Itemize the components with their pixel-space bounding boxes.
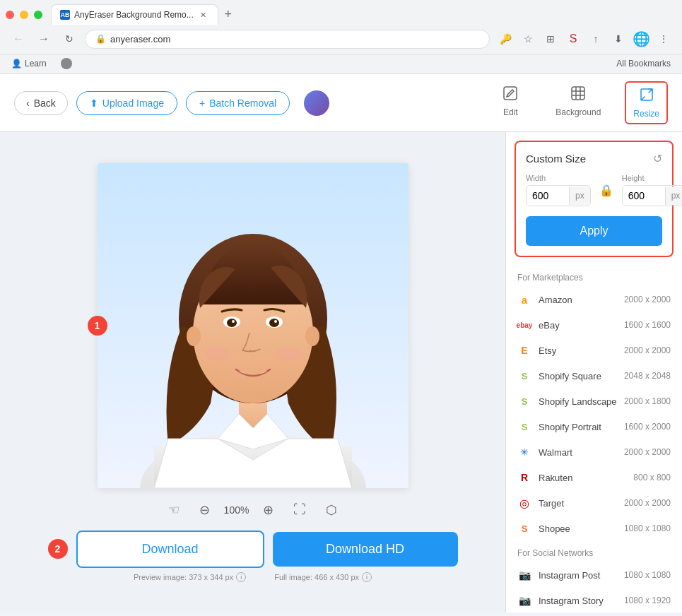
extensions-icon[interactable]: S [563,29,583,49]
preset-walmart[interactable]: ✳ Walmart 2000 x 2000 [506,439,682,465]
preset-shopee[interactable]: S Shopee 1080 x 1080 [506,516,682,541]
reload-button[interactable]: ↻ [59,29,79,49]
svg-point-20 [276,347,301,361]
zoom-in-button[interactable]: ⊕ [257,499,279,521]
bookmarks-bar: 👤 Learn All Bookmarks [0,54,682,73]
upload-image-button[interactable]: ⬆ Upload Image [76,91,177,115]
tab-favicon: AB [60,10,70,20]
profile-icon[interactable]: 🌐 [631,29,651,49]
preset-shopify-portrait[interactable]: S Shopify Portrait 1600 x 2000 [506,414,682,439]
password-icon[interactable]: 🔑 [495,29,515,49]
reset-button[interactable]: ↺ [653,152,662,165]
fullscreen-button[interactable]: ⛶ [288,499,312,520]
window-maximize-button[interactable] [34,11,42,19]
bookmark-item[interactable]: 👤 Learn [8,57,49,70]
lock-icon: 🔒 [596,184,616,197]
instagram-story-icon: 📷 [517,593,531,608]
height-input[interactable] [623,186,665,206]
preset-walmart-size: 2000 x 2000 [624,447,671,457]
preset-amazon-label: Amazon [539,295,617,305]
address-bar: ← → ↻ 🔒 anyeraser.com 🔑 ☆ ⊞ S ↑ ⬇ 🌐 ⋮ [0,25,682,54]
preset-instagram-post-size: 1080 x 1080 [624,570,671,580]
main-content: 1 [0,132,682,612]
preset-etsy[interactable]: E Etsy 2000 x 2000 [506,338,682,363]
share-icon[interactable]: ↑ [586,29,606,49]
full-info-icon: i [362,572,372,582]
background-label: Background [555,107,601,117]
step-badge-1: 1 [88,316,107,336]
svg-point-19 [205,347,230,361]
user-avatar[interactable] [304,90,329,116]
url-bar[interactable]: 🔒 anyeraser.com [85,30,490,49]
width-label: Width [526,174,591,182]
background-icon [570,85,586,105]
svg-rect-1 [572,87,584,100]
apply-button[interactable]: Apply [526,216,662,246]
width-input-wrapper: px [526,185,591,206]
forward-nav-button[interactable]: → [34,29,54,49]
preset-ebay[interactable]: ebay eBay 1600 x 1600 [506,312,682,338]
preset-shopify-square-size: 2048 x 2048 [624,371,671,381]
preset-instagram-story-size: 1080 x 1920 [624,596,671,605]
window-close-button[interactable] [6,11,14,19]
height-field: Height px [622,174,682,206]
bookmark-star-icon[interactable]: ☆ [518,29,538,49]
width-unit: px [569,186,590,205]
width-input[interactable] [527,186,569,206]
window-minimize-button[interactable] [20,11,28,19]
height-input-wrapper: px [622,185,682,206]
preset-instagram-story[interactable]: 📷 Instagram Story 1080 x 1920 [506,588,682,612]
bookmark-item-2[interactable] [58,57,75,71]
svg-point-18 [274,320,277,323]
grid-icon[interactable]: ⊞ [541,29,560,49]
svg-point-22 [305,326,319,346]
zoom-out-button[interactable]: ⊖ [194,499,216,521]
preset-target-label: Target [539,498,617,509]
download-browser-icon[interactable]: ⬇ [608,29,628,49]
all-bookmarks[interactable]: All Bookmarks [613,57,674,70]
new-tab-button[interactable]: + [218,5,238,25]
url-lock-icon: 🔒 [95,34,106,44]
upload-icon: ⬆ [90,97,98,109]
preset-shopify-landscape-label: Shopify Landscape [539,396,617,407]
preset-instagram-post[interactable]: 📷 Instagram Post 1080 x 1080 [506,562,682,588]
back-button[interactable]: ‹ Back [14,91,68,115]
custom-size-panel: Custom Size ↺ Width px 🔒 Height [515,141,674,257]
custom-size-title: Custom Size [526,153,586,165]
image-tools: ☜ ⊖ 100% ⊕ ⛶ ⬡ [163,499,343,521]
preset-shopify-landscape[interactable]: S Shopify Landscape 2000 x 1800 [506,389,682,414]
image-wrapper: 1 [98,163,408,488]
preset-rakuten-label: Rakuten [539,473,626,483]
step-badge-2: 2 [48,539,68,559]
tool-switcher: Edit Background Resize [489,81,668,124]
browser-tab[interactable]: AB AnyEraser Background Remo... ✕ [51,4,218,25]
preset-rakuten-size: 800 x 800 [633,473,671,482]
menu-icon[interactable]: ⋮ [654,29,674,49]
back-nav-button[interactable]: ← [8,29,28,49]
preset-rakuten[interactable]: R Rakuten 800 x 800 [506,465,682,490]
preset-shopify-portrait-label: Shopify Portrait [539,422,617,432]
svg-rect-0 [504,87,517,100]
svg-point-15 [227,319,237,327]
edit-icon [502,85,518,105]
shopify-portrait-icon: S [517,420,531,434]
walmart-icon: ✳ [517,445,531,459]
preset-shopify-square[interactable]: S Shopify Square 2048 x 2048 [506,363,682,389]
download-hd-button[interactable]: Download HD [273,532,458,567]
preset-ebay-label: eBay [539,320,617,331]
height-label: Height [622,174,682,182]
height-unit: px [665,186,682,205]
edit-tool[interactable]: Edit [489,81,531,124]
resize-tool[interactable]: Resize [625,81,668,124]
background-tool[interactable]: Background [548,81,608,124]
preset-walmart-label: Walmart [539,447,617,458]
preset-amazon[interactable]: a Amazon 2000 x 2000 [506,287,682,312]
split-view-button[interactable]: ⬡ [320,499,343,521]
preset-target[interactable]: ◎ Target 2000 x 2000 [506,490,682,516]
download-button[interactable]: Download [76,531,264,568]
svg-point-17 [232,320,235,323]
hand-tool-button[interactable]: ☜ [163,499,185,521]
preset-ebay-size: 1600 x 1600 [624,320,671,330]
batch-removal-button[interactable]: + Batch Removal [186,91,290,115]
tab-close-button[interactable]: ✕ [198,9,209,20]
